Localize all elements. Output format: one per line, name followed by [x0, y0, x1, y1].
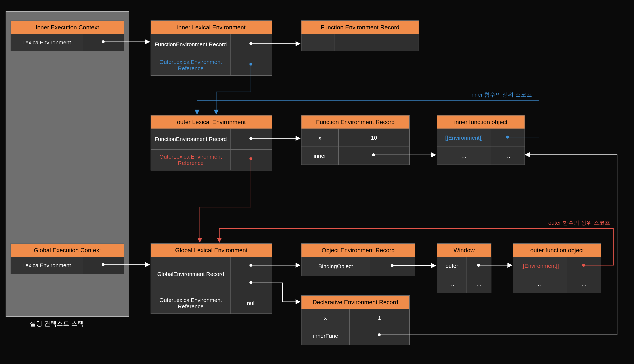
window-object: Window outer … …: [437, 243, 491, 293]
inner-lex-title: inner Lexical Environment: [151, 21, 272, 34]
obj-er-title: Object Environment Record: [301, 244, 415, 257]
inner-ctx-title: Inner Execution Context: [11, 21, 124, 34]
global-ctx-title: Global Execution Context: [11, 244, 124, 257]
dot-outer-fn-env: [582, 264, 585, 267]
dot-obj-er-binding: [391, 264, 394, 267]
outer-fer-inner-label: inner: [301, 147, 339, 164]
obj-er-binding-label: BindingObject: [301, 257, 370, 276]
legend-outer-scope: outer 함수의 상위 스코프: [548, 219, 610, 227]
inner-fn-dots-right: …: [491, 147, 524, 164]
dot-inner-ctx: [102, 40, 105, 43]
outer-fn-dots-right: …: [567, 275, 601, 293]
inner-execution-context: Inner Execution Context LexicalEnvironme…: [10, 20, 124, 51]
stack-label: 실행 컨텍스트 스택: [30, 320, 84, 328]
inner-fn-env-label: [[Environment]]: [437, 129, 491, 146]
outer-fn-title: outer function object: [513, 244, 601, 257]
window-dots-right: …: [467, 275, 491, 293]
global-execution-context: Global Execution Context LexicalEnvironm…: [10, 243, 124, 274]
window-title: Window: [437, 244, 491, 257]
dot-inner-lex-outer: [249, 62, 252, 66]
dot-global-lex-oer: [249, 264, 252, 267]
inner-ctx-lexenv-label: LexicalEnvironment: [11, 34, 83, 51]
outer-lex-title: outer Lexical Environment: [151, 116, 272, 129]
legend-inner-scope: inner 함수의 상위 스코프: [470, 91, 532, 98]
declarative-environment-record: Declarative Environment Record x 1 inner…: [301, 295, 410, 345]
outer-fer-x-value: 10: [339, 129, 409, 146]
inner-fn-dots-left: …: [437, 147, 491, 164]
outer-fer-title: Function Environment Record: [301, 116, 409, 129]
decl-er-x-label: x: [301, 309, 350, 327]
outer-lex-outer-ref-label: OuterLexicalEnvironment Reference: [151, 150, 231, 170]
inner-fer-cell-right: [335, 34, 419, 51]
dot-decl-innerfunc: [378, 333, 381, 336]
outer-fer-x-label: x: [301, 129, 339, 146]
outer-function-object: outer function object [[Environment]] … …: [513, 243, 601, 293]
decl-er-x-value: 1: [350, 309, 409, 327]
inner-function-object: inner function object [[Environment]] … …: [437, 115, 525, 165]
inner-function-environment-record: Function Environment Record: [301, 20, 419, 51]
outer-fn-dots-left: …: [513, 275, 567, 293]
dot-outer-lex-fer: [249, 137, 252, 140]
inner-lexical-environment: inner Lexical Environment FunctionEnviro…: [151, 20, 272, 76]
outer-lex-fer-label: FunctionEnvironment Record: [151, 129, 231, 149]
global-lex-title: Global Lexical Environment: [151, 244, 272, 257]
dot-outer-lex-outer: [249, 157, 252, 160]
dot-window-outer: [477, 264, 480, 267]
global-lex-outer-ref-label: OuterLexicalEnvironment Reference: [151, 293, 231, 314]
arrow-outer-outer-ref-to-global-lex: [200, 159, 251, 242]
inner-fer-cell-left: [301, 34, 335, 51]
decl-er-innerfunc-label: innerFunc: [301, 327, 350, 345]
diagram-canvas: 실행 컨텍스트 스택 Inner Execution Context Lexic…: [0, 0, 634, 364]
global-lex-ger-merge: GlobalEnvironment Record: [151, 257, 231, 292]
dot-global-lex-der: [249, 281, 252, 284]
decl-er-title: Declarative Environment Record: [301, 296, 409, 309]
window-outer-label: outer: [437, 257, 467, 275]
object-environment-record: Object Environment Record BindingObject: [301, 243, 415, 276]
global-lex-null: null: [231, 293, 272, 314]
outer-lexical-environment: outer Lexical Environment FunctionEnviro…: [151, 115, 272, 170]
window-dots-left: …: [437, 275, 467, 293]
inner-fer-title: Function Environment Record: [301, 21, 419, 34]
inner-lex-fer-label: FunctionEnvironment Record: [151, 34, 231, 54]
outer-function-environment-record: Function Environment Record x 10 inner: [301, 115, 410, 165]
inner-fn-title: inner function object: [437, 116, 524, 129]
dot-outer-fer-inner: [372, 154, 375, 156]
inner-lex-outer-ref-label: OuterLexicalEnvironment Reference: [151, 55, 231, 76]
dot-global-ctx: [102, 263, 105, 266]
global-ctx-lexenv-label: LexicalEnvironment: [11, 257, 83, 274]
outer-fn-env-label: [[Environment]]: [513, 257, 567, 275]
dot-inner-fn-env: [506, 136, 509, 138]
dot-inner-lex-fer: [249, 42, 252, 45]
